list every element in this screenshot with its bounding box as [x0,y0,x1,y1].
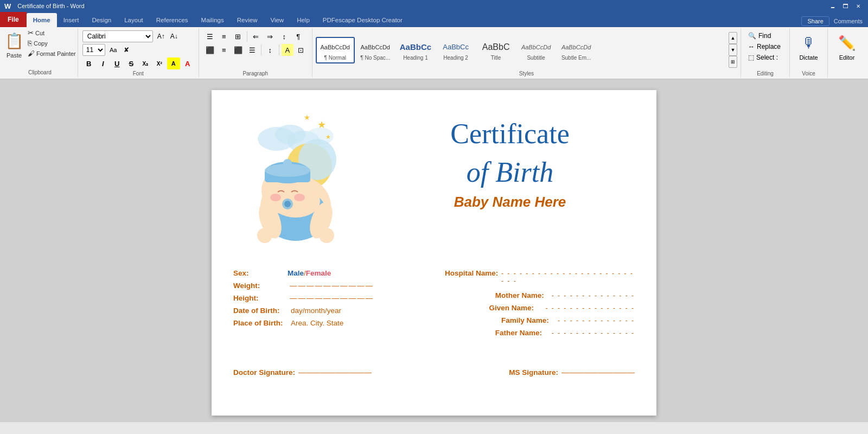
baby-illustration: ★ ★ ★ ★ [233,106,385,258]
father-dashes: - - - - - - - - - - - - - - [552,329,635,337]
tab-layout[interactable]: Layout [118,13,150,27]
text-highlight-button[interactable]: A [167,58,180,69]
style-subtitle-name: Subtitle [527,55,545,61]
clipboard-top: 📋 Paste ✂ Cut ⎘ Copy 🖌 Format Painter [2,28,78,68]
numbering-button[interactable]: ≡ [218,30,231,42]
align-right-button[interactable]: ⬛ [232,44,245,56]
pob-row: Place of Birth: Area. City. State [233,319,423,327]
show-marks-button[interactable]: ¶ [292,30,305,42]
font-case-button[interactable]: Aa [107,44,119,56]
shading-button[interactable]: A [282,44,293,56]
style-normal-preview: AaBbCcDd [321,40,350,55]
tab-home[interactable]: Home [27,13,57,27]
dictate-button[interactable]: 🎙 Dictate [798,30,820,62]
style-heading2[interactable]: AaBbCc Heading 2 [436,37,475,63]
replace-button[interactable]: ↔ Replace [745,41,785,52]
find-label: Find [758,32,771,40]
dob-label: Date of Birth: [233,307,288,315]
father-label: Father Name: [495,329,550,337]
align-left-button[interactable]: ⬛ [203,44,216,56]
hospital-row: Hospital Name: - - - - - - - - - - - - -… [445,269,635,285]
close-button[interactable]: ✕ [853,3,864,9]
font-color-button[interactable]: A [181,58,194,69]
style-title[interactable]: AaBbC Title [476,37,515,63]
tab-help[interactable]: Help [290,13,316,27]
font-name-select[interactable]: Calibri [82,30,153,42]
dictate-icon: 🎙 [799,31,819,54]
document: ★ ★ ★ ★ [212,90,656,416]
share-button[interactable]: Share [801,16,829,26]
subscript-button[interactable]: X₂ [139,58,152,69]
cut-button[interactable]: ✂ Cut [26,28,78,37]
line-spacing-button[interactable]: ↕ [264,44,277,56]
pob-value: Area. City. State [291,319,343,327]
clipboard-label: Clipboard [2,68,78,76]
weight-label: Weight: [233,282,288,290]
tab-review[interactable]: Review [231,13,264,27]
clear-format-button[interactable]: ✘ [120,44,132,56]
format-painter-button[interactable]: 🖌 Format Painter [26,49,78,58]
copy-button[interactable]: ⎘ Copy [26,39,78,48]
paste-button[interactable]: 📋 Paste [2,28,26,68]
height-dashes: —————————— [290,294,374,302]
comments-button[interactable]: Comments [834,18,863,24]
style-no-spacing[interactable]: AaBbCcDd ¶ No Spac... [356,37,395,63]
select-button[interactable]: ⬚ Select : [745,52,785,63]
weight-dashes: —————————— [290,282,374,290]
tab-view[interactable]: View [264,13,290,27]
increase-font-button[interactable]: A↑ [155,30,167,42]
borders-button[interactable]: ⊡ [295,44,308,56]
tab-design[interactable]: Design [85,13,118,27]
replace-label: Replace [757,43,781,50]
style-normal[interactable]: AaBbCcDd ¶ Normal [316,37,355,63]
strikethrough-button[interactable]: S [125,58,138,69]
tab-references[interactable]: References [150,13,195,27]
tab-mailings[interactable]: Mailings [195,13,231,27]
weight-row: Weight: —————————— [233,282,423,290]
font-group: Calibri A↑ A↓ 11 Aa ✘ B I U S X₂ X² A A [78,28,199,78]
style-subtle-em-name: Subtle Em... [561,55,591,61]
maximize-button[interactable]: 🗖 [840,3,852,9]
font-label: Font [82,71,194,76]
para-row2: ⬛ ≡ ⬛ ☰ ↕ A ⊡ [203,44,308,56]
superscript-button[interactable]: X² [153,58,166,69]
given-dashes: - - - - - - - - - - - - - - - [545,304,635,312]
decrease-indent-button[interactable]: ⇐ [250,30,263,42]
align-center-button[interactable]: ≡ [218,44,231,56]
tab-file[interactable]: File [0,12,27,27]
bold-button[interactable]: B [82,58,95,69]
find-button[interactable]: 🔍 Find [745,30,785,41]
window-controls[interactable]: 🗕 🗖 ✕ [827,3,864,9]
style-subtle-em[interactable]: AaBbCcDd Subtle Em... [557,37,596,63]
tab-pdfescape[interactable]: PDFescape Desktop Creator [316,13,409,27]
multilevel-button[interactable]: ⊞ [232,30,245,42]
italic-button[interactable]: I [97,58,110,69]
tab-insert[interactable]: Insert [57,13,86,27]
style-heading1[interactable]: AaBbCc Heading 1 [396,37,435,63]
style-title-name: Title [491,55,501,61]
document-area: ★ ★ ★ ★ [0,79,868,422]
styles-scroll-down[interactable]: ▼ [729,44,737,56]
editor-button[interactable]: ✏️ Editor [836,30,858,62]
styles-expand[interactable]: ⊞ [729,56,737,68]
title-bar-left: W Certificate of Birth - Word [4,2,85,10]
voice-label: Voice [802,71,815,76]
font-row3: B I U S X₂ X² A A [82,58,194,69]
svg-text:★: ★ [317,119,326,130]
decrease-font-button[interactable]: A↓ [168,30,180,42]
cert-info-left: Sex: Male/Female Weight: —————————— Heig… [233,269,423,341]
select-label: Select : [756,54,778,61]
underline-button[interactable]: U [111,58,124,69]
font-size-select[interactable]: 11 [82,44,105,56]
styles-scroll: ▲ ▼ ⊞ [729,32,737,68]
sort-button[interactable]: ↕ [278,30,291,42]
height-label: Height: [233,294,288,302]
style-subtitle[interactable]: AaBbCcDd Subtitle [516,37,556,63]
cert-signatures: Doctor Signature: —————————— MS Signatur… [233,363,635,376]
minimize-button[interactable]: 🗕 [827,3,839,9]
increase-indent-button[interactable]: ⇒ [264,30,277,42]
bullets-button[interactable]: ☰ [203,30,216,42]
svg-point-19 [294,194,305,201]
justify-button[interactable]: ☰ [246,44,259,56]
styles-scroll-up[interactable]: ▲ [729,32,737,44]
